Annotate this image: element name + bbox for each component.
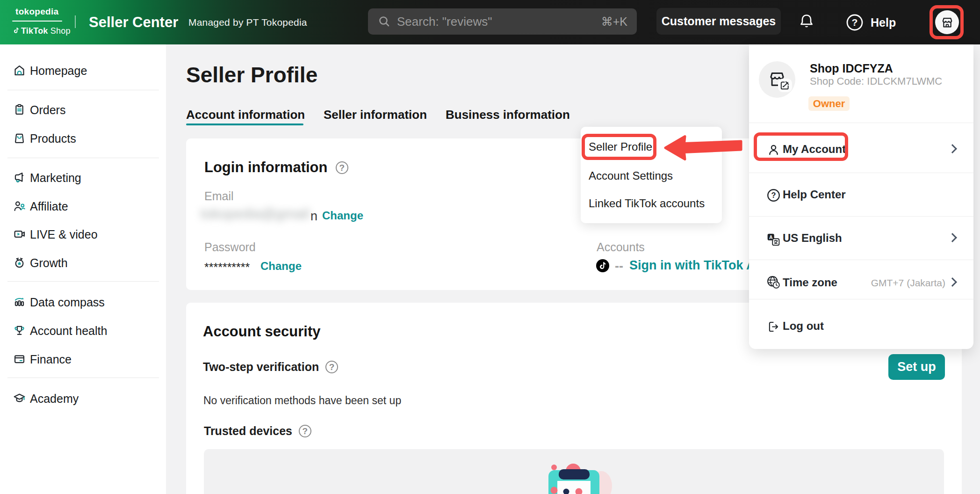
- svg-text:?: ?: [771, 191, 776, 199]
- svg-text:?: ?: [852, 17, 858, 28]
